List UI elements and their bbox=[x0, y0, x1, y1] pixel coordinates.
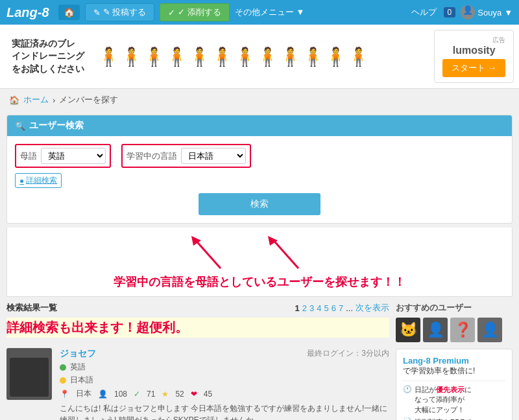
location-icon-0: 📍 bbox=[60, 390, 69, 399]
results-area: 検索結果一覧 1 2 3 4 5 6 7 ... 次を表示 詳細検索も出来ます！… bbox=[6, 302, 513, 420]
ad-label: 広告 bbox=[442, 36, 505, 45]
user-bio-0: こんにちは! 私はジョセフと申します 今日本語を勉強するですが練習をあまりしませ… bbox=[60, 402, 389, 420]
search-title: ユーザー検索 bbox=[29, 120, 84, 132]
native-label: 母語 bbox=[20, 150, 37, 162]
user-avatar-icon: 👤 bbox=[461, 5, 475, 19]
chevron-down-icon: ▼ bbox=[504, 8, 513, 18]
detail-annotation: 詳細検索も出来ます！超便利。 bbox=[6, 318, 389, 338]
user-search-container: 🔍 ユーザー検索 母語 英語 学習中の言語 日本語 ● 詳細検索 bbox=[6, 115, 513, 224]
stats-row-0: 📍 日本 👤 108 ✓ 71 ★ 52 ❤ 45 bbox=[60, 388, 389, 399]
search-button[interactable]: 検索 bbox=[199, 193, 320, 215]
sidebar-avatar-2[interactable]: 👤 bbox=[423, 318, 448, 342]
svg-line-0 bbox=[195, 239, 221, 268]
page-7[interactable]: 7 bbox=[339, 303, 343, 313]
premium-box: Lang-8 Premium で学習効率を数倍に! 🕐 日記が優先表示になって添… bbox=[396, 349, 513, 420]
native-flag-0 bbox=[60, 364, 66, 371]
learning-flag-0 bbox=[60, 377, 66, 384]
learning-row-0: 日本語 bbox=[60, 375, 389, 386]
user-menu-button[interactable]: 👤 Souya ▼ bbox=[461, 5, 513, 19]
pencil-icon: ✎ bbox=[93, 8, 101, 18]
native-language-field: 母語 英語 bbox=[15, 144, 111, 168]
person-icon-0: 👤 bbox=[98, 390, 108, 399]
detail-search-link[interactable]: ● 詳細検索 bbox=[15, 173, 62, 188]
results-header: 検索結果一覧 1 2 3 4 5 6 7 ... 次を表示 bbox=[6, 302, 389, 314]
annotation-text: 学習中の言語を母語としているユーザーを探せます！！ bbox=[15, 274, 504, 290]
star-icon-0: ★ bbox=[162, 390, 169, 399]
user-info: ジョセフ 最終ログイン：3分以内 英語 日本語 📍 日本 👤 108 ✓ bbox=[60, 348, 389, 420]
other-menu-button[interactable]: その他メニュー ▼ bbox=[235, 6, 304, 18]
sidebar-title: おすすめのユーザー bbox=[396, 302, 513, 314]
sidebar-avatar-3[interactable]: ❓ bbox=[450, 318, 475, 342]
page-1[interactable]: 1 bbox=[295, 303, 300, 313]
table-row: ジョセフ 最終ログイン：3分以内 英語 日本語 📍 日本 👤 108 ✓ bbox=[6, 342, 389, 420]
search-header: 🔍 ユーザー検索 bbox=[7, 115, 512, 136]
page-next[interactable]: 次を表示 bbox=[356, 302, 389, 314]
premium-feature-1: 🕐 日記が優先表示になって添削率が大幅にアップ！ bbox=[403, 385, 505, 415]
home-button[interactable]: 🏠 bbox=[58, 5, 80, 20]
lang-row-0: 英語 bbox=[60, 362, 389, 373]
pdf-icon: 📄 bbox=[403, 417, 412, 420]
learning-label: 学習中の言語 bbox=[127, 150, 177, 162]
annotation-arrows bbox=[169, 233, 350, 272]
premium-title: Lang-8 Premium で学習効率を数倍に! bbox=[403, 356, 505, 377]
ad-banner: 実証済みのブレ インドレーニング をお試しください 🧍🧍🧍🧍🧍🧍🧍🧍🧍🧍🧍🧍 広… bbox=[0, 25, 519, 89]
notification-badge[interactable]: 0 bbox=[444, 7, 456, 18]
sidebar: おすすめのユーザー 🐱 👤 ❓ 👤 Lang-8 Premium で学習効率を数… bbox=[396, 302, 513, 420]
user-name-josefue[interactable]: ジョセフ bbox=[60, 348, 96, 360]
page-2[interactable]: 2 bbox=[302, 303, 307, 313]
results-title: 検索結果一覧 bbox=[6, 302, 57, 314]
clock-icon: 🕐 bbox=[403, 385, 412, 393]
circle-icon: ● bbox=[19, 176, 24, 185]
sidebar-recommended-avatars: 🐱 👤 ❓ 👤 bbox=[396, 318, 513, 342]
results-main: 検索結果一覧 1 2 3 4 5 6 7 ... 次を表示 詳細検索も出来ます！… bbox=[6, 302, 389, 420]
logo: Lang-8 bbox=[6, 5, 49, 20]
last-login-0: 最終ログイン：3分以内 bbox=[307, 348, 389, 359]
lumosity-start-button[interactable]: スタート → bbox=[442, 59, 505, 77]
lumosity-box: 広告 lumosity スタート → bbox=[434, 30, 514, 83]
premium-feature-2: 📄 添削記事をPDFで bbox=[403, 417, 505, 420]
svg-line-2 bbox=[272, 239, 298, 268]
breadcrumb-separator: › bbox=[53, 95, 55, 105]
search-btn-row: 検索 bbox=[15, 193, 504, 215]
search-fields-row: 母語 英語 学習中の言語 日本語 bbox=[15, 144, 504, 168]
heart-icon-0: ❤ bbox=[191, 390, 197, 399]
ad-text: 実証済みのブレ インドレーニング をお試しください bbox=[5, 35, 91, 78]
check-icon: ✓ bbox=[168, 8, 175, 18]
header: Lang-8 🏠 ✎ ✎ 投稿する ✓ ✓ 添削する その他メニュー ▼ ヘルプ… bbox=[0, 0, 519, 25]
help-text: ヘルプ bbox=[411, 6, 437, 18]
page-dots: ... bbox=[346, 303, 353, 313]
checkmark-icon-0: ✓ bbox=[134, 390, 140, 399]
learning-language-select[interactable]: 日本語 bbox=[181, 148, 246, 164]
breadcrumb: 🏠 ホーム › メンバーを探す bbox=[0, 89, 519, 111]
ad-characters: 🧍🧍🧍🧍🧍🧍🧍🧍🧍🧍🧍🧍 bbox=[97, 46, 370, 67]
annotation-area: 学習中の言語を母語としているユーザーを探せます！！ bbox=[6, 228, 513, 297]
sidebar-avatar-4[interactable]: 👤 bbox=[477, 318, 502, 342]
pagination: 1 2 3 4 5 6 7 ... 次を表示 bbox=[295, 302, 389, 314]
page-6[interactable]: 6 bbox=[332, 303, 336, 313]
home-icon: 🏠 bbox=[9, 95, 19, 105]
native-language-select[interactable]: 英語 bbox=[41, 148, 106, 164]
breadcrumb-current: メンバーを探す bbox=[59, 94, 118, 106]
post-button[interactable]: ✎ ✎ 投稿する bbox=[85, 3, 155, 21]
detail-annotation-text: 詳細検索も出来ます！超便利。 bbox=[6, 319, 389, 336]
correct-button[interactable]: ✓ ✓ 添削する bbox=[160, 3, 230, 21]
learning-language-field: 学習中の言語 日本語 bbox=[121, 144, 251, 168]
page-5[interactable]: 5 bbox=[324, 303, 328, 313]
sidebar-avatar-1[interactable]: 🐱 bbox=[396, 318, 420, 342]
page-3[interactable]: 3 bbox=[309, 303, 314, 313]
breadcrumb-home[interactable]: ホーム bbox=[23, 94, 49, 106]
user-avatar-josefue bbox=[6, 348, 52, 400]
page-4[interactable]: 4 bbox=[317, 303, 321, 313]
lumosity-logo: lumosity bbox=[442, 45, 505, 56]
search-icon: 🔍 bbox=[15, 121, 25, 131]
search-body: 母語 英語 学習中の言語 日本語 ● 詳細検索 検索 bbox=[7, 136, 512, 223]
